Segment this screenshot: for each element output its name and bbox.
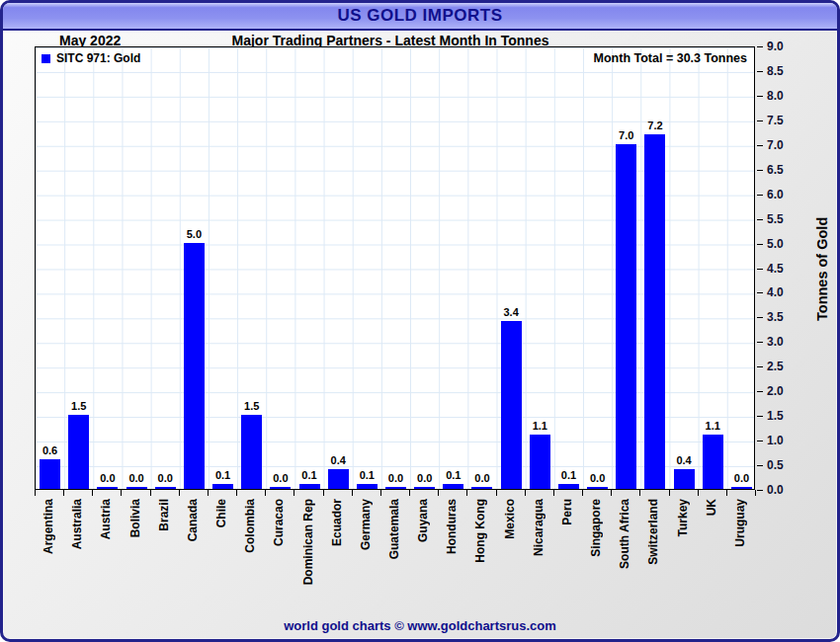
y-axis-tick	[757, 292, 763, 293]
y-axis-tick	[757, 342, 763, 343]
bar-value-label: 0.0	[474, 472, 489, 484]
x-tick-label-nicaragua: Nicaragua	[532, 499, 546, 556]
y-tick-label: 5.5	[767, 211, 784, 225]
x-tick-label-honduras: Honduras	[445, 499, 460, 554]
x-tick-label-guatemala: Guatemala	[387, 499, 402, 559]
x-axis-tick	[553, 490, 554, 496]
bar-value-label: 5.0	[187, 228, 202, 240]
bar-argentina	[40, 459, 60, 489]
x-tick-label-uk: UK	[705, 499, 719, 516]
y-tick-label: 7.5	[767, 114, 784, 127]
bar-value-label: 0.1	[215, 469, 230, 481]
x-axis-tick	[438, 490, 439, 496]
y-tick-label: 3.5	[767, 310, 784, 324]
y-axis-tick	[757, 244, 763, 245]
bar-germany	[357, 484, 378, 489]
y-axis-tick	[757, 490, 763, 491]
x-axis-tick	[726, 490, 727, 496]
bar-austria	[97, 487, 118, 490]
bar-value-label: 0.0	[734, 472, 749, 484]
y-tick-label: 0.5	[767, 458, 784, 472]
bar-singapore	[587, 487, 608, 490]
x-axis-tick	[179, 490, 180, 496]
y-tick-label: 3.0	[767, 335, 784, 349]
bar-honduras	[443, 484, 463, 489]
x-tick-label-curacao: Curacao	[272, 499, 287, 546]
bar-value-label: 7.0	[619, 129, 633, 141]
x-tick-label-germany: Germany	[359, 499, 374, 550]
x-tick-label-dominican-rep: Dominican Rep	[301, 499, 316, 585]
x-axis-tick	[236, 490, 237, 496]
x-axis-tick	[63, 490, 64, 496]
bar-value-label: 1.5	[71, 400, 86, 412]
y-axis-tick	[757, 269, 763, 270]
bar-bolivia	[126, 487, 147, 490]
y-tick-label: 4.5	[767, 261, 784, 275]
x-tick-label-uruguay: Uruguay	[733, 499, 748, 547]
bar-value-label: 1.1	[533, 420, 547, 432]
bar-value-label: 0.0	[590, 472, 605, 484]
bar-guatemala	[385, 487, 406, 490]
bar-value-label: 0.0	[100, 472, 115, 484]
y-tick-label: 1.5	[767, 409, 784, 423]
y-tick-label: 2.5	[767, 360, 784, 373]
bar-nicaragua	[530, 435, 550, 489]
x-tick-label-canada: Canada	[186, 499, 201, 541]
x-axis-tick	[525, 490, 526, 496]
y-axis-tick	[757, 195, 763, 196]
x-tick-label-guyana: Guyana	[416, 499, 431, 542]
bar-uruguay	[731, 487, 752, 490]
bar-colombia	[241, 415, 262, 489]
footer-credit: world gold charts © www.goldchartsrus.co…	[0, 618, 840, 633]
y-axis-tick	[757, 71, 763, 72]
y-axis-tick	[757, 170, 763, 171]
y-axis-tick	[757, 46, 763, 47]
x-axis-tick	[150, 490, 151, 496]
bars-layer: 0.61.50.00.00.05.00.11.50.00.10.40.10.00…	[36, 47, 754, 489]
y-tick-label: 0.0	[767, 483, 784, 497]
y-tick-label: 6.5	[767, 162, 784, 176]
bar-value-label: 1.5	[244, 400, 259, 412]
x-axis-tick	[121, 490, 122, 496]
y-tick-label: 2.0	[767, 384, 784, 398]
bar-guyana	[414, 487, 435, 490]
bar-value-label: 0.1	[301, 469, 316, 481]
x-axis-tick	[582, 490, 583, 496]
bar-canada	[184, 243, 205, 489]
y-axis-tick	[757, 441, 763, 441]
x-tick-label-ecuador: Ecuador	[330, 499, 345, 546]
x-axis-tick	[669, 490, 670, 496]
x-tick-label-brazil: Brazil	[157, 499, 172, 531]
x-tick-label-peru: Peru	[560, 499, 575, 525]
x-tick-label-australia: Australia	[70, 499, 85, 549]
bar-australia	[68, 415, 89, 489]
y-axis-tick	[757, 465, 763, 466]
y-axis-tick	[757, 145, 763, 146]
x-tick-label-bolivia: Bolivia	[128, 499, 143, 537]
plot-area: SITC 971: Gold Month Total = 30.3 Tonnes…	[35, 46, 755, 490]
y-axis-tick	[757, 120, 763, 121]
bar-chile	[212, 484, 233, 489]
x-axis-tick	[698, 490, 699, 496]
y-tick-label: 6.0	[767, 187, 784, 201]
x-axis-tick	[755, 490, 756, 496]
bar-peru	[558, 484, 579, 489]
bar-value-label: 0.4	[676, 454, 691, 466]
bar-value-label: 3.4	[503, 306, 518, 318]
chart-window: US GOLD IMPORTS May 2022 Major Trading P…	[0, 0, 840, 642]
x-tick-label-chile: Chile	[214, 499, 229, 527]
x-axis-tick	[496, 490, 497, 496]
y-axis-tick	[757, 96, 763, 97]
x-axis-tick	[35, 490, 36, 496]
y-tick-label: 8.5	[767, 64, 784, 78]
bar-hong-kong	[471, 487, 492, 490]
bar-value-label: 0.6	[42, 444, 57, 456]
bar-uk	[703, 435, 723, 489]
bar-south-africa	[616, 144, 636, 489]
x-axis-tick	[466, 490, 467, 496]
y-tick-label: 1.0	[767, 434, 784, 447]
y-tick-label: 8.0	[767, 89, 784, 103]
y-axis-tick	[757, 219, 763, 220]
x-axis-tick	[352, 490, 353, 496]
x-tick-label-colombia: Colombia	[243, 499, 258, 553]
